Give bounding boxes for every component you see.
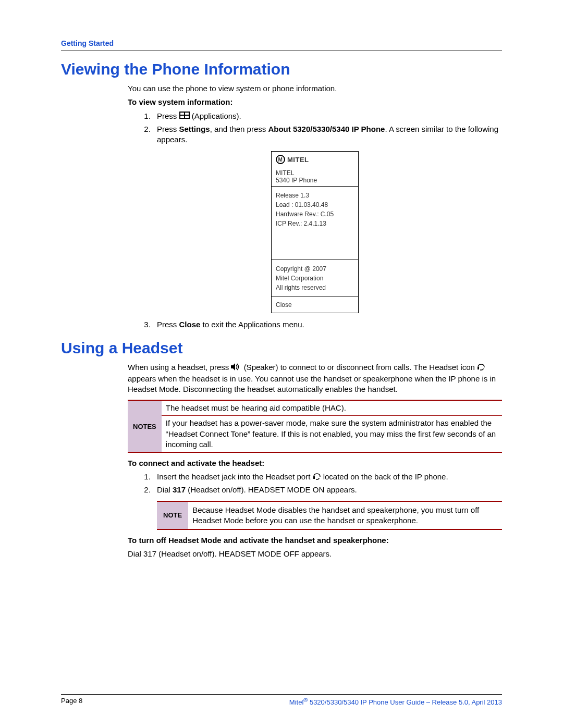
text: , and then press <box>210 125 268 133</box>
footer-row: Page 8 Mitel® 5320/5330/5340 IP Phone Us… <box>61 697 502 706</box>
headset-icon <box>477 363 485 373</box>
footer-doc-title: Mitel® 5320/5330/5340 IP Phone User Guid… <box>289 697 502 706</box>
step-b1: Insert the headset jack into the Headset… <box>153 472 502 483</box>
turn-off-paragraph: Dial 317 (Headset on/off). HEADSET MODE … <box>128 549 502 559</box>
phone-screen-copyright: Copyright @ 2007 Mitel Corporation All r… <box>272 260 358 297</box>
footer-rule <box>61 694 502 695</box>
applications-icon <box>179 111 190 121</box>
text: (Headset on/off). HEADSET MODE ON appear… <box>186 485 357 494</box>
header-rule <box>61 51 502 51</box>
text: Press <box>157 125 179 133</box>
step-3: Press Close to exit the Applications men… <box>153 319 502 330</box>
text: (Applications). <box>192 112 241 120</box>
svg-point-7 <box>480 369 481 371</box>
text: located on the back of the IP phone. <box>323 472 448 481</box>
notes-row-1: The headset must be hearing aid compatib… <box>162 401 502 415</box>
text: to exit the Applications menu. <box>200 320 304 329</box>
section-label: Getting Started <box>61 39 114 47</box>
steps-connect-headset: Insert the headset jack into the Headset… <box>128 472 502 495</box>
svg-rect-3 <box>180 116 184 118</box>
notes-box: NOTES The headset must be hearing aid co… <box>128 400 502 453</box>
headset-port-icon <box>313 472 321 483</box>
notes-label: NOTES <box>128 401 162 452</box>
close-label: Close <box>276 301 292 309</box>
svg-point-9 <box>316 479 317 480</box>
notes-row-2: If your headset has a power-saver mode, … <box>162 415 502 452</box>
hw-rev-line: Hardware Rev.: C.05 <box>276 209 354 219</box>
text: When using a headset, press <box>128 363 231 372</box>
page-number: Page 8 <box>61 697 82 706</box>
svg-rect-8 <box>313 476 315 479</box>
speaker-icon <box>231 363 241 373</box>
svg-rect-2 <box>185 113 189 115</box>
phone-about-screen: M MITEL MITEL 5340 IP Phone Release 1.3 … <box>271 151 359 313</box>
text: 317 <box>173 485 186 494</box>
mitel-logo-icon: M <box>276 155 285 164</box>
text: Insert the headset jack into the Headset… <box>157 472 313 481</box>
note-content: Because Headset Mode disables the handse… <box>188 502 502 529</box>
intro-paragraph: You can use the phone to view system or … <box>128 83 502 94</box>
text: (Speaker) to connect to or disconnect fr… <box>244 363 477 372</box>
text: Close <box>179 320 201 329</box>
text: Dial <box>157 485 173 494</box>
steps-view-system-info-cont: Press Close to exit the Applications men… <box>128 319 502 330</box>
step-2: Press Settings, and then press About 532… <box>153 124 502 145</box>
load-line: Load : 01.03.40.48 <box>276 200 354 209</box>
section-body-a: You can use the phone to view system or … <box>128 83 502 330</box>
phone-model-line2: 5340 IP Phone <box>276 177 354 184</box>
notes-content: The headset must be hearing aid compatib… <box>162 401 502 452</box>
svg-rect-6 <box>478 367 479 369</box>
text: Press <box>157 320 179 329</box>
mitel-logo: M MITEL <box>276 155 354 164</box>
heading-viewing-phone-info: Viewing the Phone Information <box>61 60 502 78</box>
steps-view-system-info: Press (Applications). Press Settings, an… <box>128 111 502 145</box>
release-line: Release 1.3 <box>276 191 354 200</box>
text: 5320/5330/5340 IP Phone User Guide – Rel… <box>308 698 502 706</box>
text: Press <box>157 112 179 120</box>
page-footer: Page 8 Mitel® 5320/5330/5340 IP Phone Us… <box>61 694 502 706</box>
phone-screen-close: Close <box>272 297 358 313</box>
subheading-turn-off-headset: To turn off Headset Mode and activate th… <box>128 535 502 546</box>
corp-line: Mitel Corporation <box>276 274 354 283</box>
svg-rect-4 <box>185 116 189 118</box>
step-1: Press (Applications). <box>153 111 502 122</box>
svg-rect-1 <box>180 113 184 115</box>
text: About 5320/5330/5340 IP Phone <box>268 125 385 133</box>
subheading-connect-headset: To connect and activate the headset: <box>128 458 502 468</box>
subheading-view-system-info: To view system information: <box>128 97 502 107</box>
text: MITEL <box>287 156 309 164</box>
text: appears when the headset is in use. You … <box>128 374 496 393</box>
document-page: Getting Started Viewing the Phone Inform… <box>0 0 563 728</box>
icp-rev-line: ICP Rev.: 2.4.1.13 <box>276 219 354 228</box>
phone-screen-versions: Release 1.3 Load : 01.03.40.48 Hardware … <box>272 187 358 260</box>
rights-line: All rights reserved <box>276 283 354 292</box>
heading-using-headset: Using a Headset <box>61 339 502 357</box>
svg-marker-5 <box>231 363 235 371</box>
note-box: NOTE Because Headset Mode disables the h… <box>157 501 502 530</box>
section-body-b: When using a headset, press (Speaker) to… <box>128 362 502 559</box>
text: Mitel <box>289 698 303 706</box>
headset-paragraph: When using a headset, press (Speaker) to… <box>128 362 502 394</box>
phone-model-line1: MITEL <box>276 169 354 177</box>
copyright-line: Copyright @ 2007 <box>276 264 354 274</box>
text: Settings <box>179 125 210 133</box>
phone-screen-header: M MITEL MITEL 5340 IP Phone <box>272 152 358 187</box>
note-label: NOTE <box>157 502 188 529</box>
page-header: Getting Started <box>61 39 502 51</box>
step-b2: Dial 317 (Headset on/off). HEADSET MODE … <box>153 485 502 495</box>
